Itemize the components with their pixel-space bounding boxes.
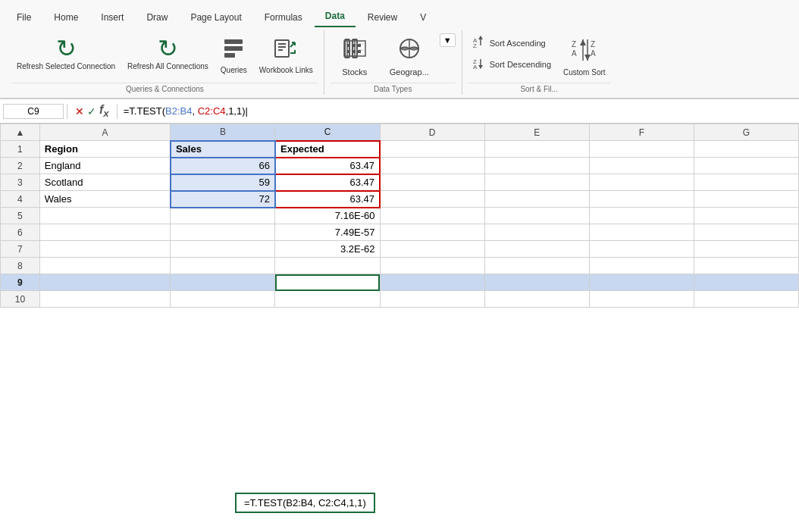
cell-f3[interactable]: [589, 174, 694, 191]
cancel-formula-icon[interactable]: ✕: [75, 105, 84, 117]
refresh-selected-button[interactable]: ↻ Refresh Selected Connection: [12, 33, 120, 74]
cell-d8[interactable]: [380, 258, 484, 274]
cell-g6[interactable]: [694, 224, 798, 241]
confirm-formula-icon[interactable]: ✓: [87, 105, 96, 117]
cell-b7[interactable]: [171, 241, 275, 258]
geography-button[interactable]: Geograp...: [382, 33, 437, 80]
insert-function-icon[interactable]: fx: [99, 103, 109, 119]
cell-d2[interactable]: [380, 158, 484, 174]
cell-a7[interactable]: [39, 241, 171, 258]
cell-a5[interactable]: [39, 208, 171, 224]
col-header-b[interactable]: B: [171, 124, 275, 141]
cell-g3[interactable]: [694, 174, 798, 191]
tab-data[interactable]: Data: [315, 6, 356, 27]
tab-formulas[interactable]: Formulas: [254, 8, 313, 27]
cell-d10[interactable]: [380, 291, 484, 308]
cell-b3[interactable]: 59: [171, 174, 275, 191]
tab-draw[interactable]: Draw: [136, 8, 178, 27]
custom-sort-button[interactable]: Z A Z A Custom Sort: [559, 33, 610, 80]
tab-file[interactable]: File: [6, 8, 42, 27]
cell-g2[interactable]: [694, 158, 798, 174]
cell-e6[interactable]: [484, 224, 589, 241]
cell-b1[interactable]: Sales: [171, 141, 275, 158]
cell-e7[interactable]: [484, 241, 589, 258]
cell-f1[interactable]: [589, 141, 694, 158]
cell-a9[interactable]: [39, 274, 171, 291]
data-types-dropdown-btn[interactable]: ▼: [440, 33, 456, 47]
col-header-e[interactable]: E: [484, 124, 589, 141]
cell-a10[interactable]: [39, 291, 171, 308]
refresh-all-button[interactable]: ↻ Refresh All Connections: [123, 33, 213, 74]
tab-page-layout[interactable]: Page Layout: [180, 8, 252, 27]
cell-g7[interactable]: [694, 241, 798, 258]
cell-c2[interactable]: 63.47: [275, 158, 380, 174]
cell-b6[interactable]: [171, 224, 275, 241]
cell-f2[interactable]: [589, 158, 694, 174]
col-header-g[interactable]: G: [694, 124, 798, 141]
cell-f9[interactable]: [589, 274, 694, 291]
cell-c3[interactable]: 63.47: [275, 174, 380, 191]
cell-f7[interactable]: [589, 241, 694, 258]
cell-g9[interactable]: [694, 274, 798, 291]
cell-b5[interactable]: [171, 208, 275, 224]
cell-f5[interactable]: [589, 208, 694, 224]
stocks-button[interactable]: Stocks: [331, 33, 379, 80]
cell-f8[interactable]: [589, 258, 694, 274]
formula-input[interactable]: =T.TEST(B2:B4, C2:C4,1,1)|: [121, 104, 796, 118]
cell-e4[interactable]: [484, 191, 589, 208]
col-header-a[interactable]: A: [39, 124, 171, 141]
cell-a3[interactable]: Scotland: [39, 174, 171, 191]
cell-d7[interactable]: [380, 241, 484, 258]
col-header-f[interactable]: F: [589, 124, 694, 141]
tab-review[interactable]: Review: [357, 8, 408, 27]
cell-g1[interactable]: [694, 141, 798, 158]
cell-c8[interactable]: [275, 258, 380, 274]
col-header-d[interactable]: D: [380, 124, 484, 141]
cell-e2[interactable]: [484, 158, 589, 174]
cell-a1[interactable]: Region: [39, 141, 171, 158]
cell-c7[interactable]: 3.2E-62: [275, 241, 380, 258]
cell-b9[interactable]: [171, 274, 275, 291]
workbook-links-button[interactable]: Workbook Links: [255, 33, 318, 78]
cell-g5[interactable]: [694, 208, 798, 224]
cell-e3[interactable]: [484, 174, 589, 191]
cell-a6[interactable]: [39, 224, 171, 241]
cell-d1[interactable]: [380, 141, 484, 158]
cell-b8[interactable]: [171, 258, 275, 274]
cell-reference-input[interactable]: [3, 104, 64, 119]
cell-e9[interactable]: [484, 274, 589, 291]
cell-c10[interactable]: [275, 291, 380, 308]
tab-insert[interactable]: Insert: [90, 8, 134, 27]
cell-g8[interactable]: [694, 258, 798, 274]
cell-f4[interactable]: [589, 191, 694, 208]
cell-c5[interactable]: 7.16E-60: [275, 208, 380, 224]
cell-d3[interactable]: [380, 174, 484, 191]
cell-g4[interactable]: [694, 191, 798, 208]
cell-b2[interactable]: 66: [171, 158, 275, 174]
sort-ascending-button[interactable]: A Z Sort Ascending: [468, 33, 556, 53]
cell-e8[interactable]: [484, 258, 589, 274]
cell-b4[interactable]: 72: [171, 191, 275, 208]
tab-home[interactable]: Home: [43, 8, 89, 27]
cell-d4[interactable]: [380, 191, 484, 208]
data-types-dropdown[interactable]: ▼: [440, 33, 456, 62]
cell-d6[interactable]: [380, 224, 484, 241]
cell-e1[interactable]: [484, 141, 589, 158]
cell-c9[interactable]: [275, 274, 380, 291]
cell-f6[interactable]: [589, 224, 694, 241]
cell-b10[interactable]: [171, 291, 275, 308]
cell-f10[interactable]: [589, 291, 694, 308]
cell-a4[interactable]: Wales: [39, 191, 171, 208]
sort-descending-button[interactable]: Z A Sort Descending: [468, 55, 556, 74]
cell-e5[interactable]: [484, 208, 589, 224]
cell-c6[interactable]: 7.49E-57: [275, 224, 380, 241]
cell-e10[interactable]: [484, 291, 589, 308]
col-header-c[interactable]: C: [275, 124, 380, 141]
cell-c4[interactable]: 63.47: [275, 191, 380, 208]
queries-button[interactable]: Queries: [216, 33, 252, 78]
cell-a2[interactable]: England: [39, 158, 171, 174]
tab-view[interactable]: V: [409, 8, 437, 27]
cell-g10[interactable]: [694, 291, 798, 308]
cell-d5[interactable]: [380, 208, 484, 224]
cell-d9[interactable]: [380, 274, 484, 291]
